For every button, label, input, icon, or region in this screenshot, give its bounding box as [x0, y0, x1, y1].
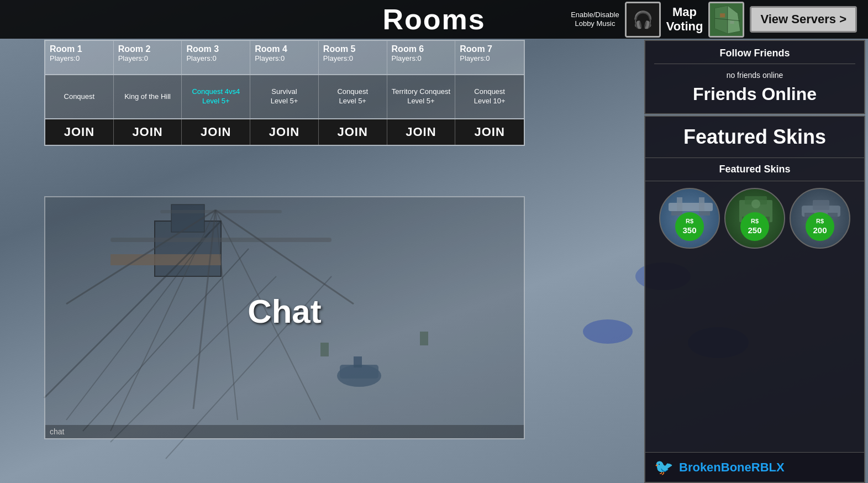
- room-3-mode: Conquest 4vs4Level 5+: [192, 87, 240, 106]
- room-5-players: Players:0: [323, 54, 382, 62]
- join-room-2-button[interactable]: JOIN: [114, 119, 182, 145]
- svg-rect-34: [699, 197, 704, 211]
- skin-3-amount: 200: [813, 225, 827, 235]
- skin-1-price: R$ 350: [675, 212, 704, 241]
- room-1-players: Players:0: [50, 54, 109, 62]
- skin-1-rs: R$: [686, 218, 693, 225]
- room-4-players: Players:0: [255, 54, 314, 62]
- svg-rect-31: [730, 20, 734, 23]
- join-room-3-button[interactable]: JOIN: [182, 119, 250, 145]
- join-room-1-button[interactable]: JOIN: [45, 119, 114, 145]
- room-6-header: Room 6 Players:0: [387, 41, 456, 74]
- rooms-mode-row: Conquest King of the Hill Conquest 4vs4L…: [45, 75, 524, 119]
- featured-skins-section: Featured Skins Featured Skins R$ 350: [644, 116, 865, 483]
- skin-1-amount: 350: [682, 225, 696, 235]
- room-7-players: Players:0: [460, 54, 519, 62]
- room-4-mode: SurvivalLevel 5+: [271, 87, 298, 106]
- svg-rect-32: [669, 203, 713, 211]
- join-room-7-button[interactable]: JOIN: [455, 119, 524, 145]
- room-6-players: Players:0: [392, 54, 451, 62]
- chat-content: Chat: [45, 197, 524, 425]
- no-friends-text: no friends online: [654, 69, 855, 82]
- room-2-name: Room 2: [118, 44, 177, 54]
- room-1-header: Room 1 Players:0: [45, 41, 114, 74]
- lobby-music-control[interactable]: Enable/Disable Lobby Music: [571, 11, 619, 28]
- skin-item-3[interactable]: R$ 200: [790, 188, 850, 249]
- map-voting-label[interactable]: Map Voting: [666, 5, 703, 34]
- room-2-header: Room 2 Players:0: [114, 41, 182, 74]
- svg-rect-43: [813, 200, 829, 210]
- lobby-music-icon[interactable]: 🎧: [625, 2, 661, 38]
- twitter-handle[interactable]: BrokenBoneRBLX: [679, 460, 785, 475]
- svg-rect-30: [720, 13, 725, 17]
- featured-skins-header: Featured Skins: [645, 117, 864, 158]
- room-7-mode: ConquestLevel 10+: [474, 87, 506, 106]
- room-5-mode-cell: ConquestLevel 5+: [319, 75, 387, 118]
- room-4-header: Room 4 Players:0: [250, 41, 319, 74]
- chat-label: chat: [45, 425, 524, 438]
- room-1-name: Room 1: [50, 44, 109, 54]
- top-bar: Rooms Enable/Disable Lobby Music 🎧 Map V…: [0, 0, 868, 39]
- room-6-mode: Territory ConquestLevel 5+: [392, 87, 450, 106]
- skin-2-rs: R$: [751, 218, 759, 225]
- page-title: Rooms: [382, 3, 485, 36]
- rooms-panel: Room 1 Players:0 Room 2 Players:0 Room 3…: [44, 40, 525, 146]
- room-5-name: Room 5: [323, 44, 382, 54]
- friends-online-title: Friends Online: [654, 82, 855, 107]
- room-2-mode-cell: King of the Hill: [114, 75, 182, 118]
- skin-3-price: R$ 200: [806, 212, 834, 241]
- room-5-header: Room 5 Players:0: [319, 41, 387, 74]
- room-4-mode-cell: SurvivalLevel 5+: [250, 75, 319, 118]
- room-7-name: Room 7: [460, 44, 519, 54]
- svg-point-39: [751, 200, 760, 208]
- map-label: Map: [672, 5, 697, 19]
- room-2-players: Players:0: [118, 54, 177, 62]
- svg-rect-33: [677, 197, 682, 211]
- chat-title: Chat: [248, 292, 321, 330]
- join-row: JOIN JOIN JOIN JOIN JOIN JOIN JOIN: [45, 119, 524, 145]
- right-panel: Follow Friends no friends online Friends…: [644, 40, 865, 483]
- room-3-players: Players:0: [186, 54, 245, 62]
- room-2-mode: King of the Hill: [124, 92, 171, 102]
- room-1-mode: Conquest: [64, 92, 95, 102]
- view-servers-button[interactable]: View Servers >: [750, 6, 857, 33]
- twitter-icon: 🐦: [654, 458, 674, 476]
- map-voting-icon[interactable]: [708, 2, 744, 38]
- room-4-name: Room 4: [255, 44, 314, 54]
- skin-3-rs: R$: [816, 218, 824, 225]
- lobby-music-label: Lobby Music: [575, 19, 615, 28]
- chat-panel[interactable]: Chat chat: [44, 196, 525, 439]
- room-7-mode-cell: ConquestLevel 10+: [455, 75, 524, 118]
- featured-skins-sub: Featured Skins: [645, 158, 864, 181]
- room-3-mode-cell: Conquest 4vs4Level 5+: [182, 75, 250, 118]
- skins-grid: R$ 350 R$ 250: [645, 181, 864, 452]
- room-3-header: Room 3 Players:0: [182, 41, 250, 74]
- room-6-name: Room 6: [392, 44, 451, 54]
- skin-2-amount: 250: [748, 225, 761, 235]
- voting-label: Voting: [666, 19, 703, 34]
- follow-friends-title: Follow Friends: [654, 48, 855, 64]
- join-room-4-button[interactable]: JOIN: [250, 119, 319, 145]
- room-1-mode-cell: Conquest: [45, 75, 114, 118]
- room-5-mode: ConquestLevel 5+: [337, 87, 368, 106]
- skin-item-1[interactable]: R$ 350: [659, 188, 720, 249]
- room-3-name: Room 3: [186, 44, 245, 54]
- join-room-5-button[interactable]: JOIN: [319, 119, 387, 145]
- room-6-mode-cell: Territory ConquestLevel 5+: [387, 75, 456, 118]
- svg-rect-36: [699, 211, 710, 216]
- top-controls: Enable/Disable Lobby Music 🎧 Map Voting: [571, 0, 857, 39]
- join-room-6-button[interactable]: JOIN: [387, 119, 456, 145]
- follow-friends-section: Follow Friends no friends online Friends…: [644, 40, 865, 114]
- twitter-bar[interactable]: 🐦 BrokenBoneRBLX: [645, 452, 864, 482]
- enable-disable-label: Enable/Disable: [571, 11, 619, 19]
- skin-2-price: R$ 250: [740, 212, 769, 241]
- room-7-header: Room 7 Players:0: [455, 41, 524, 74]
- rooms-header-row: Room 1 Players:0 Room 2 Players:0 Room 3…: [45, 41, 524, 75]
- skin-item-2[interactable]: R$ 250: [724, 188, 785, 249]
